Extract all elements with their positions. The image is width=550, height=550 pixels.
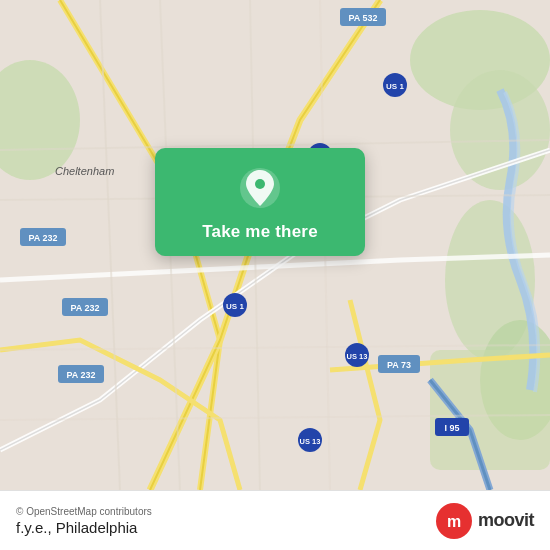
attribution-text: © OpenStreetMap contributors	[16, 506, 152, 517]
svg-text:PA 232: PA 232	[70, 303, 99, 313]
svg-text:US 1: US 1	[226, 302, 244, 311]
bottom-bar: © OpenStreetMap contributors f.y.e., Phi…	[0, 490, 550, 550]
svg-text:m: m	[447, 513, 461, 530]
moovit-logo[interactable]: m moovit	[436, 503, 534, 539]
svg-text:PA 532: PA 532	[348, 13, 377, 23]
take-me-there-card[interactable]: Take me there	[155, 148, 365, 256]
location-pin-icon	[236, 164, 284, 212]
moovit-brand-icon: m	[436, 503, 472, 539]
take-me-there-label: Take me there	[202, 222, 318, 242]
svg-text:Cheltenham: Cheltenham	[55, 165, 114, 177]
bottom-left: © OpenStreetMap contributors f.y.e., Phi…	[16, 506, 152, 536]
location-text: f.y.e., Philadelphia	[16, 519, 152, 536]
svg-point-2	[450, 70, 550, 190]
svg-text:PA 232: PA 232	[28, 233, 57, 243]
moovit-text: moovit	[478, 510, 534, 531]
svg-text:US 13: US 13	[300, 437, 321, 446]
svg-text:I 95: I 95	[444, 423, 459, 433]
map-container: PA 532 US 1 US 1 US 1 PA 232 PA 232 PA 2…	[0, 0, 550, 490]
svg-text:US 13: US 13	[347, 352, 368, 361]
svg-text:PA 232: PA 232	[66, 370, 95, 380]
svg-text:PA 73: PA 73	[387, 360, 411, 370]
svg-text:US 1: US 1	[386, 82, 404, 91]
svg-point-31	[255, 179, 265, 189]
